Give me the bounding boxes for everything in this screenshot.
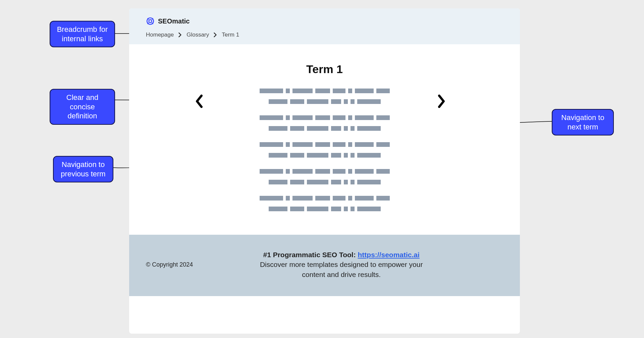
footer-tool-link[interactable]: https://seomatic.ai [358,251,419,259]
chevron-left-icon [195,95,204,108]
footer-tagline-line2: content and drive results. [179,270,503,279]
callout-definition: Clear and concise definition [50,89,115,125]
footer-tagline-line1: Discover more templates designed to empo… [179,260,503,269]
mockup-header: SEOmatic Homepage Glossary Term 1 [129,8,520,44]
term-title: Term 1 [149,63,500,76]
mockup-footer: © Copyright 2024 #1 Programmatic SEO Too… [129,235,520,296]
footer-tagline: #1 Programmatic SEO Tool: https://seomat… [179,250,503,279]
chevron-right-icon [178,33,182,37]
seomatic-logo-icon [146,17,155,25]
breadcrumb-item-current: Term 1 [222,32,239,38]
callout-prev-nav: Navigation to previous term [53,156,113,182]
footer-tool-label: #1 Programmatic SEO Tool: [263,251,356,259]
chevron-right-icon [437,95,446,108]
callout-breadcrumb: Breadcrumb for internal links [50,21,115,47]
logo: SEOmatic [146,17,503,25]
breadcrumb-item-homepage[interactable]: Homepage [146,32,174,38]
template-mockup: SEOmatic Homepage Glossary Term 1 Term 1 [129,8,520,334]
chevron-right-icon [214,33,217,37]
svg-point-1 [149,20,152,23]
mockup-body: Term 1 [129,44,520,235]
prev-term-button[interactable] [195,95,204,109]
term-definition-placeholder [258,89,392,211]
breadcrumb: Homepage Glossary Term 1 [146,32,503,38]
breadcrumb-item-glossary[interactable]: Glossary [186,32,209,38]
next-term-button[interactable] [437,95,446,109]
callout-next-nav: Navigation to next term [552,109,614,135]
logo-text: SEOmatic [158,17,190,25]
